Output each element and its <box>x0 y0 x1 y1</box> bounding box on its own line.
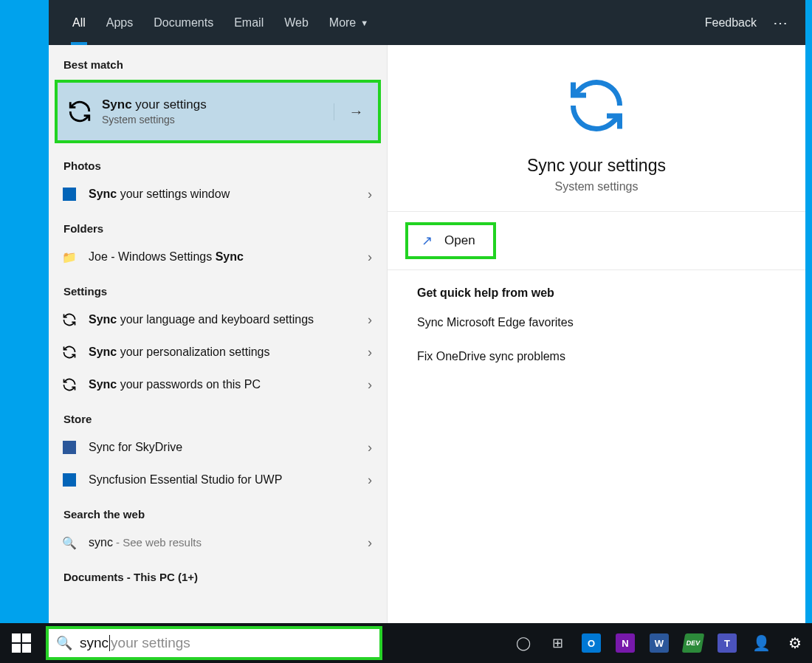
taskbar: 🔍 sync your settings ◯ ⊞ O N W DEV T 👤 ⚙ <box>0 623 812 663</box>
taskbar-search[interactable]: 🔍 sync your settings <box>46 626 382 660</box>
search-entered-text: sync <box>80 635 109 651</box>
taskbar-word[interactable]: W <box>642 623 676 663</box>
section-folders: Folders <box>49 210 387 241</box>
result-setting-personalization[interactable]: Sync your personalization settings › <box>49 336 387 368</box>
windows-logo-icon <box>12 633 31 653</box>
result-store-sync-skydrive[interactable]: Sync for SkyDrive › <box>49 431 387 464</box>
search-tabs: All Apps Documents Email Web More▼ Feedb… <box>49 0 805 45</box>
chevron-right-icon: › <box>365 535 375 551</box>
search-icon: 🔍 <box>61 534 78 552</box>
taskbar-onenote[interactable]: N <box>608 623 642 663</box>
results-pane: Best match Sync your settings System set… <box>49 45 388 623</box>
result-folder-joe-sync[interactable]: 📁 Joe - Windows Settings Sync › <box>49 241 387 273</box>
sync-icon <box>61 376 78 394</box>
section-search-web: Search the web <box>49 496 387 526</box>
tab-web[interactable]: Web <box>274 0 319 45</box>
tab-more[interactable]: More▼ <box>319 0 379 45</box>
tab-documents[interactable]: Documents <box>143 0 224 45</box>
feedback-link[interactable]: Feedback <box>692 16 770 30</box>
help-link-onedrive[interactable]: Fix OneDrive sync problems <box>388 340 805 374</box>
folder-icon: 📁 <box>61 248 78 266</box>
preview-title: Sync your settings <box>527 156 666 176</box>
tab-apps[interactable]: Apps <box>96 0 143 45</box>
result-store-syncfusion[interactable]: Syncfusion Essential Studio for UWP › <box>49 464 387 496</box>
chevron-right-icon: › <box>365 312 375 328</box>
best-match-subtitle: System settings <box>102 114 207 126</box>
result-setting-language-keyboard[interactable]: Sync your language and keyboard settings… <box>49 303 387 336</box>
chevron-right-icon: › <box>365 250 375 265</box>
sync-icon <box>61 343 78 361</box>
settings-icon[interactable]: ⚙ <box>778 623 812 663</box>
more-options-icon[interactable]: ⋯ <box>770 14 792 32</box>
highlight-best-match: Sync your settings System settings → <box>55 80 381 143</box>
result-web-sync[interactable]: 🔍 sync - See web results › <box>49 526 387 559</box>
preview-pane: Sync your settings System settings ↗ Ope… <box>388 45 805 623</box>
chevron-right-icon: › <box>365 187 375 202</box>
taskbar-teams[interactable]: T <box>710 623 744 663</box>
chevron-right-icon: › <box>365 345 375 360</box>
section-documents-pc: Documents - This PC (1+) <box>49 559 387 583</box>
chevron-right-icon: › <box>365 473 375 488</box>
sync-icon <box>65 97 94 126</box>
search-panel: All Apps Documents Email Web More▼ Feedb… <box>49 0 805 623</box>
search-suggestion-ghost: your settings <box>111 635 190 651</box>
cortana-icon[interactable]: ◯ <box>506 623 540 663</box>
section-store: Store <box>49 401 387 431</box>
quick-help-heading: Get quick help from web <box>388 270 805 306</box>
tab-all[interactable]: All <box>62 0 96 45</box>
expand-arrow-icon[interactable]: → <box>334 103 378 120</box>
taskbar-dev[interactable]: DEV <box>676 623 710 663</box>
open-label: Open <box>444 233 475 248</box>
app-icon <box>61 439 78 456</box>
result-photos-sync-window[interactable]: Sync your settings window › <box>49 178 387 210</box>
sync-icon <box>561 75 632 140</box>
result-sync-your-settings[interactable]: Sync your settings System settings → <box>58 83 378 140</box>
section-best-match: Best match <box>49 45 387 77</box>
chevron-down-icon: ▼ <box>360 18 368 27</box>
taskbar-outlook[interactable]: O <box>574 623 608 663</box>
section-settings: Settings <box>49 273 387 303</box>
help-link-edge-favorites[interactable]: Sync Microsoft Edge favorites <box>388 306 805 340</box>
search-icon: 🔍 <box>56 635 72 651</box>
section-photos: Photos <box>49 148 387 178</box>
open-button[interactable]: ↗ Open <box>405 222 496 259</box>
task-view-icon[interactable]: ⊞ <box>540 623 574 663</box>
chevron-right-icon: › <box>365 377 375 393</box>
people-icon[interactable]: 👤 <box>744 623 778 663</box>
sync-icon <box>61 311 78 329</box>
open-icon: ↗ <box>422 233 433 249</box>
tab-email[interactable]: Email <box>224 0 274 45</box>
photo-icon <box>61 185 78 203</box>
chevron-right-icon: › <box>365 440 375 456</box>
start-button[interactable] <box>0 623 43 663</box>
best-match-title: Sync your settings <box>102 97 207 112</box>
text-cursor <box>109 635 110 651</box>
result-setting-passwords[interactable]: Sync your passwords on this PC › <box>49 368 387 401</box>
app-icon <box>61 471 78 489</box>
preview-subtitle: System settings <box>555 180 639 193</box>
